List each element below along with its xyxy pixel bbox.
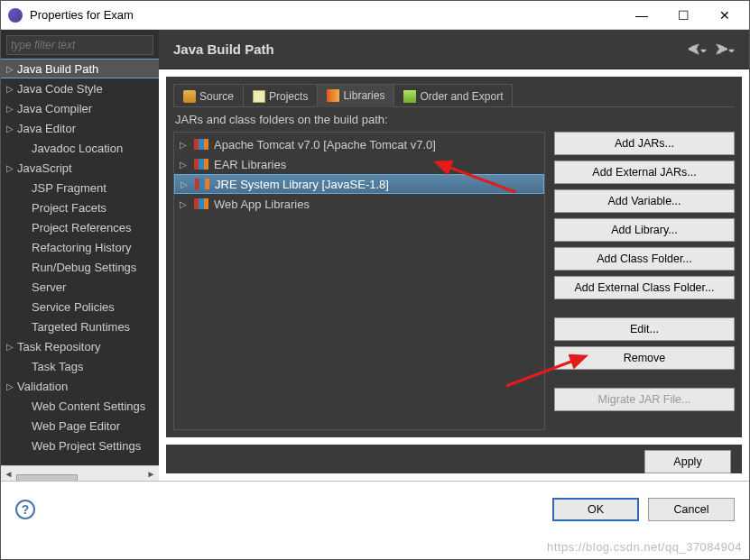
library-item[interactable]: ▷Web App Libraries bbox=[174, 194, 544, 214]
scroll-right-icon[interactable]: ► bbox=[144, 466, 159, 482]
order-icon bbox=[403, 90, 416, 103]
library-item[interactable]: ▷Apache Tomcat v7.0 [Apache Tomcat v7.0] bbox=[174, 134, 544, 154]
sidebar-item-label: Web Page Editor bbox=[32, 419, 120, 433]
sidebar-item-service-policies[interactable]: Service Policies bbox=[1, 297, 159, 317]
add-class-folder-button[interactable]: Add Class Folder... bbox=[554, 247, 735, 271]
sidebar-item-label: Project Facets bbox=[32, 201, 106, 215]
help-icon[interactable]: ? bbox=[15, 500, 35, 519]
library-buttons: Add JARs... Add External JARs... Add Var… bbox=[554, 132, 735, 430]
sidebar-item-label: JavaScript bbox=[17, 161, 72, 175]
sidebar-item-label: Service Policies bbox=[32, 300, 115, 314]
tab-source[interactable]: Source bbox=[173, 84, 244, 107]
sidebar-item-javadoc-location[interactable]: Javadoc Location bbox=[1, 138, 159, 158]
library-icon bbox=[195, 179, 209, 189]
sidebar-item-jsp-fragment[interactable]: JSP Fragment bbox=[1, 178, 159, 197]
add-library-button[interactable]: Add Library... bbox=[554, 218, 735, 242]
close-button[interactable]: ✕ bbox=[704, 2, 745, 29]
sidebar-item-java-compiler[interactable]: ▷Java Compiler bbox=[1, 98, 159, 118]
library-label: JRE System Library [JavaSE-1.8] bbox=[215, 178, 389, 191]
sidebar-item-web-page-editor[interactable]: Web Page Editor bbox=[1, 416, 159, 436]
apply-button[interactable]: Apply bbox=[644, 450, 731, 473]
sidebar-item-label: Java Code Style bbox=[17, 82, 103, 96]
ok-button[interactable]: OK bbox=[552, 498, 639, 521]
expand-arrow-icon: ▷ bbox=[6, 163, 17, 173]
sidebar-item-label: Javadoc Location bbox=[32, 142, 123, 155]
sidebar-item-validation[interactable]: ▷Validation bbox=[1, 376, 159, 396]
sidebar-item-run-debug-settings[interactable]: Run/Debug Settings bbox=[1, 257, 159, 277]
projects-icon bbox=[253, 90, 265, 103]
expand-arrow-icon: ▷ bbox=[6, 84, 17, 94]
sidebar: ▷Java Build Path▷Java Code Style▷Java Co… bbox=[1, 30, 159, 481]
expand-arrow-icon: ▷ bbox=[180, 199, 189, 209]
minimize-button[interactable]: — bbox=[621, 2, 662, 29]
cancel-button[interactable]: Cancel bbox=[648, 498, 735, 521]
add-variable-button[interactable]: Add Variable... bbox=[554, 189, 735, 213]
expand-arrow-icon: ▷ bbox=[6, 64, 17, 74]
main-area: ▷Java Build Path▷Java Code Style▷Java Co… bbox=[1, 30, 749, 481]
library-icon bbox=[194, 159, 208, 170]
apply-row: Apply bbox=[166, 445, 742, 473]
sidebar-item-java-build-path[interactable]: ▷Java Build Path bbox=[1, 59, 159, 78]
sidebar-item-label: Server bbox=[32, 280, 66, 294]
header-nav: ⮜▾ ⮞▾ bbox=[688, 42, 735, 57]
sidebar-item-label: Web Project Settings bbox=[32, 439, 141, 453]
sidebar-item-label: Refactoring History bbox=[32, 241, 132, 254]
tab-label: Projects bbox=[269, 90, 308, 103]
right-panel: Java Build Path ⮜▾ ⮞▾ SourceProjectsLibr… bbox=[159, 30, 749, 481]
remove-button[interactable]: Remove bbox=[554, 346, 735, 370]
tab-projects[interactable]: Projects bbox=[243, 84, 318, 107]
add-external-jars-button[interactable]: Add External JARs... bbox=[554, 161, 735, 184]
add-external-class-folder-button[interactable]: Add External Class Folder... bbox=[554, 276, 735, 299]
watermark: https://blog.csdn.net/qq_37084904 bbox=[547, 540, 742, 554]
sidebar-h-scrollbar[interactable]: ◄ ► bbox=[1, 465, 159, 481]
sidebar-item-label: Java Build Path bbox=[17, 62, 98, 76]
edit-button[interactable]: Edit... bbox=[554, 317, 735, 341]
sidebar-item-task-repository[interactable]: ▷Task Repository bbox=[1, 336, 159, 356]
sidebar-item-refactoring-history[interactable]: Refactoring History bbox=[1, 237, 159, 257]
expand-arrow-icon: ▷ bbox=[6, 381, 17, 391]
tab-label: Libraries bbox=[343, 89, 384, 102]
scroll-left-icon[interactable]: ◄ bbox=[1, 466, 16, 482]
library-item[interactable]: ▷EAR Libraries bbox=[174, 154, 544, 174]
sidebar-item-project-facets[interactable]: Project Facets bbox=[1, 197, 159, 217]
dialog-footer: ? OK Cancel bbox=[1, 481, 749, 537]
library-label: EAR Libraries bbox=[214, 158, 286, 171]
filter-input[interactable] bbox=[6, 35, 153, 55]
tab-order-and-export[interactable]: Order and Export bbox=[394, 84, 513, 107]
library-item[interactable]: ▷JRE System Library [JavaSE-1.8] bbox=[174, 174, 544, 194]
sidebar-item-label: Java Compiler bbox=[17, 102, 92, 115]
sidebar-item-web-content-settings[interactable]: Web Content Settings bbox=[1, 396, 159, 416]
expand-arrow-icon: ▷ bbox=[180, 140, 189, 150]
sidebar-item-project-references[interactable]: Project References bbox=[1, 217, 159, 237]
sidebar-item-server[interactable]: Server bbox=[1, 277, 159, 297]
sidebar-item-label: Java Editor bbox=[17, 122, 76, 135]
nav-forward-icon[interactable]: ⮞▾ bbox=[716, 42, 735, 57]
add-jars-button[interactable]: Add JARs... bbox=[554, 132, 735, 155]
tab-bar: SourceProjectsLibrariesOrder and Export bbox=[173, 84, 735, 107]
sidebar-item-java-editor[interactable]: ▷Java Editor bbox=[1, 118, 159, 138]
tab-libraries[interactable]: Libraries bbox=[317, 84, 394, 107]
library-label: Apache Tomcat v7.0 [Apache Tomcat v7.0] bbox=[214, 138, 436, 151]
sidebar-item-label: Task Tags bbox=[32, 360, 84, 373]
sidebar-item-label: Task Repository bbox=[17, 340, 100, 353]
libraries-subhead: JARs and class folders on the build path… bbox=[173, 107, 735, 132]
expand-arrow-icon: ▷ bbox=[6, 342, 17, 352]
library-label: Web App Libraries bbox=[214, 197, 310, 211]
sidebar-item-targeted-runtimes[interactable]: Targeted Runtimes bbox=[1, 317, 159, 336]
panel-header: Java Build Path ⮜▾ ⮞▾ bbox=[159, 30, 749, 69]
sidebar-item-task-tags[interactable]: Task Tags bbox=[1, 356, 159, 376]
eclipse-icon bbox=[8, 8, 23, 23]
expand-arrow-icon: ▷ bbox=[181, 179, 190, 189]
window-title: Properties for Exam bbox=[30, 8, 621, 22]
maximize-button[interactable]: ☐ bbox=[662, 2, 704, 29]
sidebar-item-web-project-settings[interactable]: Web Project Settings bbox=[1, 436, 159, 455]
sidebar-item-java-code-style[interactable]: ▷Java Code Style bbox=[1, 78, 159, 98]
sidebar-item-javascript[interactable]: ▷JavaScript bbox=[1, 158, 159, 178]
category-tree[interactable]: ▷Java Build Path▷Java Code Style▷Java Co… bbox=[1, 59, 159, 465]
nav-back-icon[interactable]: ⮜▾ bbox=[688, 42, 707, 57]
panel-title: Java Build Path bbox=[173, 41, 274, 57]
libraries-tree[interactable]: ▷Apache Tomcat v7.0 [Apache Tomcat v7.0]… bbox=[173, 132, 545, 430]
library-icon bbox=[194, 139, 208, 150]
expand-arrow-icon: ▷ bbox=[6, 104, 17, 114]
sidebar-item-label: JSP Fragment bbox=[32, 181, 106, 195]
